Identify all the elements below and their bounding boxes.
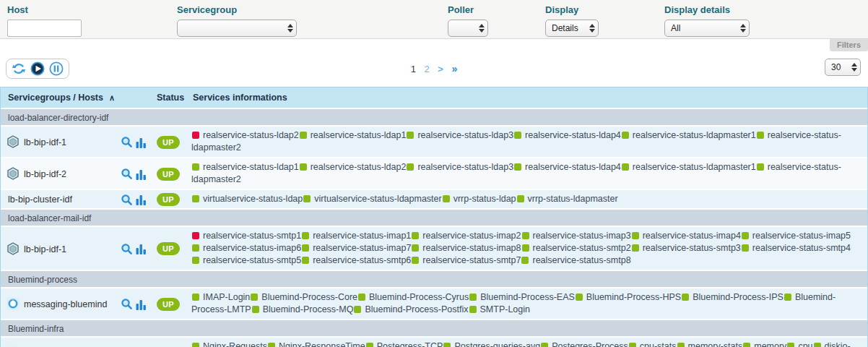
chart-icon[interactable] [136, 194, 147, 205]
service-name[interactable]: realservice-status-smtp5 [203, 255, 301, 265]
service-name[interactable]: Bluemind-Process-MQ [263, 304, 354, 314]
service-name[interactable]: realservice-status-smtp8 [532, 255, 630, 265]
host-name[interactable]: lb-bip-cluster-idf [6, 194, 72, 205]
magnifier-icon[interactable] [121, 136, 133, 148]
service-name[interactable]: vrrp-status-ldap [453, 194, 516, 204]
column-header-services-informations[interactable]: Services informations [190, 87, 867, 108]
service-name[interactable]: realservice-status-ldap4 [525, 130, 621, 140]
service-name[interactable]: Bluemind-Process-EAS [480, 292, 575, 302]
service-item: Postegress-TCP [365, 341, 443, 347]
service-name[interactable]: Postegres-Process [552, 341, 628, 347]
column-header-servicegroups-hosts[interactable]: Servicegroups / Hosts∧ [1, 87, 157, 108]
service-status-square [622, 163, 629, 171]
page-size-select[interactable]: 30 [825, 59, 861, 76]
service-name[interactable]: Bluemind-Process-IPS [693, 292, 784, 302]
service-item: Bluemind-Process-Core [250, 292, 357, 302]
service-item: Postgres-queries-avg [443, 341, 540, 347]
service-name[interactable]: Bluemind-Process-Cyrus [369, 292, 469, 302]
service-name[interactable]: realservice-status-imap4 [643, 231, 741, 241]
service-name[interactable]: realservice-status-imap5 [752, 231, 851, 241]
service-name[interactable]: realservice-status-imap6 [203, 243, 301, 253]
service-name[interactable]: realservice-status-imap7 [313, 243, 411, 253]
service-name[interactable]: Nginx-Requests [203, 341, 267, 347]
poller-select[interactable] [448, 20, 488, 37]
service-item: realservice-status-ldap2 [191, 130, 299, 140]
service-item: realservice-status-ldap1 [299, 130, 407, 140]
service-name[interactable]: IMAP-Login [203, 292, 250, 302]
service-name[interactable]: realservice-status-smtp7 [422, 255, 521, 265]
service-name[interactable]: realservice-status-imap3 [533, 231, 631, 241]
service-name[interactable]: realservice-status-ldap3 [417, 162, 513, 172]
pagination-last-icon[interactable]: » [452, 63, 458, 74]
pagination-next-icon[interactable]: > [438, 64, 443, 74]
service-status-square [514, 132, 521, 139]
chart-icon[interactable] [136, 168, 147, 180]
host-name-cell: messaging-bluemind [1, 288, 121, 319]
host-name[interactable]: lb-bip-idf-1 [24, 244, 66, 254]
service-name[interactable]: Nginx-ResponseTime [279, 341, 365, 347]
service-name[interactable]: cpu [798, 341, 812, 347]
service-name[interactable]: virtualservice-status-ldap [203, 194, 303, 204]
service-name[interactable]: Bluemind-Process-Core [261, 292, 357, 302]
service-name[interactable]: Bluemind-Process-Postfix [365, 304, 468, 314]
host-name[interactable]: lb-bip-idf-2 [24, 169, 66, 179]
service-name[interactable]: realservice-status-ldap1 [203, 162, 299, 172]
service-name[interactable]: Postgres-queries-avg [454, 341, 540, 347]
load-balancer-host-icon [6, 135, 19, 148]
service-name[interactable]: realservice-status-ldap2 [311, 162, 407, 172]
service-item: memory [742, 341, 786, 347]
pagination-current-page[interactable]: 1 [411, 64, 416, 74]
host-filter-input[interactable] [7, 20, 82, 37]
service-name[interactable]: virtualservice-status-ldapmaster [314, 194, 441, 204]
host-status-cell: UP [157, 158, 190, 189]
service-name[interactable]: memory [754, 341, 786, 347]
service-name[interactable]: Bluemind-Process-HPS [586, 292, 681, 302]
display-select[interactable]: Details [545, 20, 599, 37]
display-details-select[interactable]: All [664, 20, 750, 37]
service-name[interactable]: realservice-status-ldapmaster1 [633, 162, 756, 172]
sort-asc-icon[interactable]: ∧ [109, 93, 115, 102]
service-name[interactable]: realservice-status-smtp3 [643, 243, 741, 253]
service-name[interactable]: Postegress-TCP [377, 341, 443, 347]
host-name[interactable]: messaging-bluemind [24, 299, 107, 309]
servicegroup-select[interactable] [177, 20, 297, 37]
magnifier-icon[interactable] [121, 194, 133, 206]
monitoring-table: Servicegroups / Hosts∧ Status Services i… [0, 87, 868, 347]
service-name[interactable]: realservice-status-ldapmaster1 [633, 130, 756, 140]
service-name[interactable]: realservice-status-ldap1 [311, 130, 407, 140]
host-actions-cell [121, 227, 157, 270]
service-name[interactable]: realservice-status-smtp6 [313, 255, 411, 265]
magnifier-icon[interactable] [121, 243, 133, 255]
service-name[interactable]: memory-stats [688, 341, 743, 347]
service-status-square [192, 257, 199, 264]
host-status-cell: UP [157, 127, 190, 157]
service-name[interactable]: realservice-status-smtp2 [533, 243, 631, 253]
service-name[interactable]: realservice-status-imap2 [422, 231, 521, 241]
pagination-page-2[interactable]: 2 [424, 64, 429, 74]
service-name[interactable]: realservice-status-smtp4 [752, 243, 851, 253]
service-name[interactable]: vrrp-status-ldapmaster [528, 194, 618, 204]
magnifier-icon[interactable] [121, 298, 133, 310]
magnifier-icon[interactable] [121, 168, 133, 180]
host-actions-cell [121, 127, 157, 157]
service-name[interactable]: realservice-status-ldap4 [525, 162, 621, 172]
service-name[interactable]: cpu-stats [640, 341, 677, 347]
service-status-square [192, 244, 199, 252]
service-name[interactable]: realservice-status-ldap3 [417, 130, 513, 140]
chart-icon[interactable] [136, 299, 147, 310]
service-name[interactable]: realservice-status-smtp1 [203, 231, 301, 241]
filters-tab[interactable]: Filters [830, 39, 868, 51]
service-item: realservice-status-imap3 [521, 231, 631, 241]
service-item: Bluemind-Process-MQ [251, 304, 354, 314]
host-name[interactable]: lb-bip-idf-1 [24, 137, 66, 147]
chart-icon[interactable] [136, 243, 147, 254]
service-item: vrrp-status-ldap [442, 194, 516, 204]
chart-icon[interactable] [136, 137, 147, 148]
service-name[interactable]: SMTP-Login [480, 304, 530, 314]
service-name[interactable]: realservice-status-ldap2 [203, 130, 299, 140]
host-row: lb-bip-idf-1UPrealservice-status-ldap2re… [1, 125, 867, 157]
column-header-status[interactable]: Status [157, 87, 190, 108]
service-name[interactable]: realservice-status-imap8 [422, 243, 521, 253]
service-item: memory-stats [677, 341, 743, 347]
service-name[interactable]: realservice-status-imap1 [313, 231, 411, 241]
